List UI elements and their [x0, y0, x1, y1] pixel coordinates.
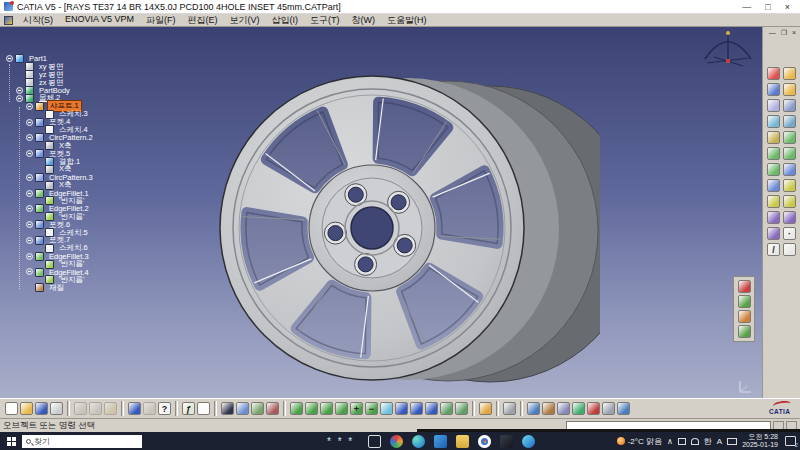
zoom-out-icon[interactable]: −	[365, 402, 378, 415]
whats-this-icon[interactable]: ?	[158, 402, 171, 415]
point-icon[interactable]: ·	[783, 227, 796, 240]
tree-node[interactable]: '반지름'	[2, 276, 172, 284]
link-manager-icon[interactable]	[251, 402, 264, 415]
tree-node[interactable]: 스케치.3	[2, 110, 172, 118]
new-document-icon[interactable]	[5, 402, 18, 415]
tree-node[interactable]: 재질	[2, 284, 172, 292]
tree-expander-icon[interactable]	[26, 150, 33, 157]
copy-icon[interactable]	[89, 402, 102, 415]
draft-angle-icon[interactable]	[783, 147, 796, 160]
ime-english-indicator[interactable]: A	[717, 437, 722, 446]
file-explorer-icon[interactable]	[456, 435, 469, 448]
menu-edit[interactable]: 편집(E)	[182, 14, 224, 27]
photos-app-icon[interactable]	[390, 435, 403, 448]
tree-node[interactable]: CircPattern.3	[2, 173, 172, 181]
document-icon[interactable]	[4, 16, 13, 25]
hole-icon[interactable]	[783, 99, 796, 112]
boolean-remove-icon[interactable]	[767, 227, 780, 240]
menu-window[interactable]: 창(W)	[346, 14, 382, 27]
tree-expander-icon[interactable]	[26, 205, 33, 212]
print-icon[interactable]	[50, 402, 63, 415]
edge-browser-icon[interactable]	[412, 435, 425, 448]
tree-node[interactable]: EdgeFillet.3	[2, 252, 172, 260]
wheel-model[interactable]	[180, 38, 600, 398]
minimize-button[interactable]: —	[742, 0, 751, 14]
notification-icon[interactable]: 2	[785, 436, 796, 446]
tray-chevron-icon[interactable]: ∧	[667, 437, 673, 446]
line-icon[interactable]: /	[767, 243, 780, 256]
pan-icon[interactable]	[320, 402, 333, 415]
taskbar-search[interactable]: 찾기	[22, 435, 142, 448]
taskbar-clock[interactable]: 오전 5:28 2025-01-19	[742, 433, 778, 449]
fit-all-in-icon[interactable]	[305, 402, 318, 415]
tree-node[interactable]: 스케치.5	[2, 229, 172, 237]
paste-icon[interactable]	[104, 402, 117, 415]
network-icon[interactable]	[691, 438, 699, 445]
measure-item-icon[interactable]	[738, 295, 751, 308]
tree-expander-icon[interactable]	[6, 55, 13, 62]
tree-expander-icon[interactable]	[16, 95, 23, 102]
doc-restore-button[interactable]: ❐	[781, 29, 787, 37]
tree-node[interactable]: 몸체.2	[2, 94, 172, 102]
ime-korean-indicator[interactable]: 한	[704, 436, 712, 447]
tree-expander-icon[interactable]	[26, 253, 33, 260]
mirror-icon[interactable]	[767, 179, 780, 192]
user-session-icon[interactable]	[542, 402, 555, 415]
tree-node[interactable]: EdgeFillet.1	[2, 189, 172, 197]
part-analysis-icon[interactable]	[572, 402, 585, 415]
tree-expander-icon[interactable]	[26, 103, 33, 110]
menu-enovia[interactable]: ENOVIA V5 VPM	[59, 14, 140, 27]
tree-node[interactable]: 포켓.5	[2, 150, 172, 158]
tree-expander-icon[interactable]	[26, 119, 33, 126]
rotation-icon[interactable]	[767, 195, 780, 208]
shaft-icon[interactable]	[783, 83, 796, 96]
zoom-in-icon[interactable]: +	[350, 402, 363, 415]
camera-capture-icon[interactable]	[503, 402, 516, 415]
groove-icon[interactable]	[767, 99, 780, 112]
collaboration-icon[interactable]	[557, 402, 570, 415]
iso-view-icon[interactable]	[395, 402, 408, 415]
display-icon[interactable]	[678, 438, 686, 445]
maximize-button[interactable]: □	[765, 0, 770, 14]
tree-expander-icon[interactable]	[26, 221, 33, 228]
normal-view-icon[interactable]	[380, 402, 393, 415]
tree-node[interactable]: 결합.1	[2, 158, 172, 166]
measure-between-icon[interactable]	[738, 325, 751, 338]
tree-expander-icon[interactable]	[26, 174, 33, 181]
pad-icon[interactable]	[783, 67, 796, 80]
viewport-3d[interactable]: Part1xy 평면yz 평면zx 평면PartBody몸체.2샤프트.1스케치…	[0, 27, 762, 398]
doc-minimize-button[interactable]: —	[769, 29, 776, 37]
view-mode-icon[interactable]	[440, 402, 453, 415]
options-list-icon[interactable]	[602, 402, 615, 415]
rotate-icon[interactable]	[335, 402, 348, 415]
menu-help[interactable]: 도움말(H)	[381, 14, 433, 27]
sketcher-icon[interactable]	[767, 67, 780, 80]
boolean-add-icon[interactable]	[783, 211, 796, 224]
knowledge-formula-icon[interactable]: ƒ	[182, 402, 195, 415]
product-structure-icon[interactable]	[236, 402, 249, 415]
image-viewer-icon[interactable]	[500, 435, 513, 448]
cut-icon[interactable]	[74, 402, 87, 415]
tree-expander-icon[interactable]	[16, 87, 23, 94]
plane-icon[interactable]	[783, 243, 796, 256]
named-views-icon[interactable]	[425, 402, 438, 415]
redo-icon[interactable]	[143, 402, 156, 415]
save-icon[interactable]	[35, 402, 48, 415]
shell-icon[interactable]	[767, 163, 780, 176]
quick-views-icon[interactable]	[410, 402, 423, 415]
task-view-icon[interactable]	[368, 435, 381, 448]
weather-widget[interactable]: -2°C 맑음	[617, 436, 662, 447]
tree-node[interactable]: CircPattern.2	[2, 134, 172, 142]
material-catalog-icon[interactable]	[221, 402, 234, 415]
chamfer-icon[interactable]	[767, 147, 780, 160]
apply-material-icon[interactable]	[738, 280, 751, 293]
touch-keyboard-icon[interactable]	[727, 438, 737, 445]
close-button[interactable]: ×	[785, 0, 790, 14]
tree-node[interactable]: EdgeFillet.4	[2, 268, 172, 276]
view-compass[interactable]	[698, 28, 758, 74]
menu-start[interactable]: 시작(S)	[17, 14, 59, 27]
tree-expander-icon[interactable]	[26, 134, 33, 141]
menu-view[interactable]: 보기(V)	[224, 14, 266, 27]
pocket-icon[interactable]	[767, 83, 780, 96]
tree-node[interactable]: X축	[2, 142, 172, 150]
